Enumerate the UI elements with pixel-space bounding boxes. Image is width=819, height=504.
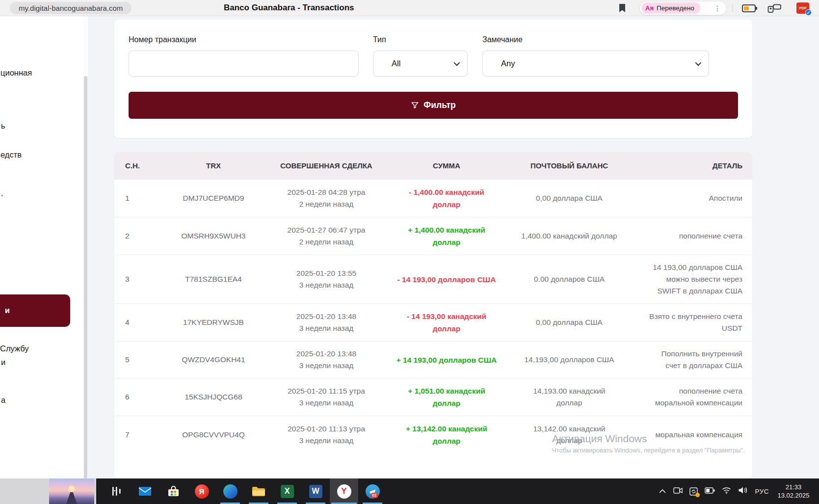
battery-extension-icon[interactable]: [742, 4, 757, 14]
type-field: Тип All: [373, 35, 468, 77]
cell-deal: 2025-01-20 13:48 3 недели назад: [270, 348, 383, 371]
cell-detail: 14 193,00 долларов США можно вывести чер…: [628, 262, 752, 297]
cell-deal: 2025-01-20 13:55 3 недели назад: [270, 267, 383, 291]
kebab-menu-icon[interactable]: ⋮: [714, 4, 721, 12]
word-icon[interactable]: W: [301, 478, 330, 504]
cell-sn: 7: [114, 429, 157, 441]
url-bar[interactable]: my.digital-bancoguanabara.com: [10, 2, 132, 14]
clock[interactable]: 21:33 13.02.2025: [776, 483, 811, 500]
cell-detail: пополнение счета моральной компенсации: [628, 385, 752, 409]
chevron-down-icon: [454, 60, 460, 66]
cell-sn: 4: [114, 317, 157, 328]
yandex-icon[interactable]: Y: [330, 478, 358, 504]
cell-detail: пополнение счета: [628, 230, 752, 242]
sidebar-item-fragment[interactable]: а: [1, 396, 5, 405]
cell-detail: моральная компенсация: [628, 429, 752, 441]
cell-trx: 15KSJHJQCG68: [157, 391, 270, 403]
cell-detail: Взято с внутреннего счета USDT: [628, 311, 752, 334]
cell-trx: 17KYEDRYWSJB: [157, 317, 270, 328]
cell-amount: - 14 193,00 долларов США: [383, 273, 510, 286]
table-row: 5 QWZDV4GOKH41 2025-01-20 13:48 3 недели…: [114, 341, 752, 378]
sidebar-active-label: и: [0, 306, 10, 315]
sidebar-item-fragment[interactable]: и: [1, 358, 5, 367]
header-detail: ДЕТАЛЬ: [628, 161, 752, 170]
table-row: 7 OPG8CVVVPU4Q 2025-01-20 11:13 утра 3 н…: [114, 416, 752, 453]
system-tray: РУС 21:33 13.02.2025: [659, 478, 811, 504]
header-balance: ПОЧТОВЫЙ БАЛАНС: [510, 161, 628, 170]
remark-field: Замечание Any: [482, 35, 709, 77]
screen: my.digital-bancoguanabara.com Banco Guan…: [0, 0, 819, 504]
translate-icon: Aя: [645, 4, 654, 12]
table-body: 1 DMJ7UCEP6MD9 2025-01-28 04:28 утра 2 н…: [114, 179, 752, 453]
cell-balance: 0.00 долларов США: [510, 273, 628, 285]
keys-extension-icon[interactable]: [767, 4, 782, 15]
main-content: Номер транзакции Тип All Замечание An: [88, 16, 819, 478]
translate-control[interactable]: Aя Переведено ⋮: [639, 1, 727, 15]
browser-topbar: my.digital-bancoguanabara.com Banco Guan…: [0, 0, 819, 16]
cell-trx: QWZDV4GOKH41: [157, 354, 270, 366]
translate-label: Переведено: [657, 4, 694, 12]
cell-sn: 1: [114, 192, 157, 204]
sidebar-link-fragment[interactable]: .: [1, 189, 3, 198]
cell-trx: DMJ7UCEP6MD9: [157, 192, 270, 204]
cell-amount: + 14 193,00 долларов США: [383, 354, 510, 366]
telegram-badge: 02: [370, 493, 378, 498]
bookmark-icon[interactable]: [619, 3, 626, 15]
pdf-label: PDF: [799, 6, 807, 10]
sync-icon[interactable]: [689, 487, 698, 496]
funnel-icon: [411, 101, 419, 109]
battery-icon[interactable]: [705, 487, 715, 496]
volume-icon[interactable]: [738, 486, 748, 496]
cell-amount: - 1,400.00 канадский доллар: [383, 186, 510, 211]
remark-select[interactable]: Any: [482, 51, 709, 77]
meet-now-camera-icon[interactable]: [673, 487, 683, 496]
file-explorer-icon[interactable]: [244, 478, 273, 504]
transactions-table: С.Н. TRX СОВЕРШЕННАЯ СДЕЛКА СУММА ПОЧТОВ…: [114, 152, 752, 478]
cell-trx: T781SZBG1EA4: [157, 273, 270, 285]
edge-icon[interactable]: [216, 478, 244, 504]
language-indicator[interactable]: РУС: [755, 488, 769, 495]
table-row: 1 DMJ7UCEP6MD9 2025-01-28 04:28 утра 2 н…: [114, 179, 752, 217]
cell-deal: 2025-01-27 06:47 утра 2 недели назад: [270, 224, 383, 248]
remark-select-value: Any: [483, 59, 515, 68]
check-badge-icon: ✓: [805, 9, 812, 16]
sidebar-item-active-transactions[interactable]: и: [0, 294, 70, 327]
pdf-extension-icon[interactable]: PDF ✓: [796, 2, 809, 14]
filter-button[interactable]: Фильтр: [129, 92, 738, 119]
desktop-corner: [0, 478, 96, 504]
header-sn: С.Н.: [114, 161, 157, 170]
cell-trx: OPG8CVVVPU4Q: [157, 429, 270, 441]
sidebar-item-fragment[interactable]: ционная: [0, 68, 32, 78]
sidebar-item-fragment[interactable]: ь: [1, 121, 5, 131]
chevron-up-icon[interactable]: [659, 487, 666, 496]
cell-trx: OMSRH9X5WUH3: [157, 230, 270, 242]
type-select-value: All: [373, 59, 400, 68]
task-view-icon[interactable]: [102, 478, 131, 504]
table-row: 2 OMSRH9X5WUH3 2025-01-27 06:47 утра 2 н…: [114, 217, 752, 255]
wifi-icon[interactable]: [722, 487, 731, 496]
type-select[interactable]: All: [373, 51, 468, 77]
chevron-down-icon: [695, 60, 702, 66]
sidebar-scrollbar-thumb[interactable]: [84, 76, 87, 478]
filter-card: Номер транзакции Тип All Замечание An: [114, 20, 752, 138]
sidebar-item-fragment[interactable]: Службу: [0, 344, 29, 353]
cell-balance: 0,00 доллара США: [510, 192, 628, 204]
page-viewport: ционная ь едств . и Службу и а Номер тра…: [0, 16, 819, 478]
page-title: Banco Guanabara - Transactions: [224, 3, 354, 13]
cell-amount: + 13,142.00 канадский доллар: [383, 423, 510, 447]
store-icon[interactable]: [159, 478, 187, 504]
excel-icon[interactable]: X: [273, 478, 301, 504]
cell-amount: - 14 193,00 канадский доллар: [383, 310, 510, 335]
yandex-browser-icon[interactable]: Я: [187, 478, 216, 504]
desktop-wallpaper: [49, 478, 94, 504]
sidebar-item-fragment[interactable]: едств: [0, 150, 22, 159]
cell-sn: 6: [114, 391, 157, 403]
telegram-icon[interactable]: 02: [358, 478, 387, 504]
mail-icon[interactable]: [131, 478, 159, 504]
cell-balance: 0,00 доллара США: [510, 317, 628, 328]
trx-number-input[interactable]: [129, 51, 359, 77]
cell-deal: 2025-01-20 13:48 3 недели назад: [270, 311, 383, 334]
header-trx: TRX: [157, 161, 270, 170]
remark-label: Замечание: [482, 35, 709, 44]
translate-badge: Aя Переведено: [641, 2, 700, 14]
